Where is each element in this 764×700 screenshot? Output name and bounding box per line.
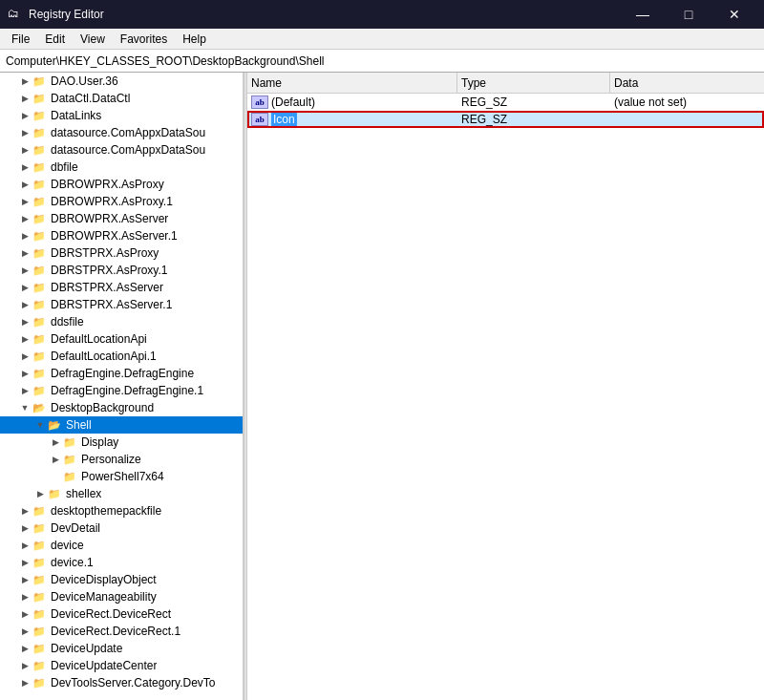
maximize-button[interactable]: □ [667,0,711,29]
tree-label-dbrstprx1: DBRSTPRX.AsProxy.1 [51,264,167,277]
tree-expander-dbrstprx1[interactable] [17,263,32,278]
tree-item-defaultloc1[interactable]: DefaultLocationApi.1 [0,348,243,365]
tree-expander-dbrstprx[interactable] [17,245,32,261]
tree-item-devupdate[interactable]: DeviceUpdate [0,640,243,657]
tree-expander-devdetail[interactable] [17,520,32,536]
tree-item-dbrowprx[interactable]: DBROWPRX.AsProxy [0,176,243,193]
folder-icon-devrect [32,606,48,622]
tree-expander-ddsfile[interactable] [17,314,32,329]
menu-view[interactable]: View [73,31,113,48]
tree-item-dbrowprx3[interactable]: DBROWPRX.AsServer.1 [0,227,243,244]
tree-expander-dbfile[interactable] [17,159,32,175]
folder-icon-dbrowprx3 [32,228,48,244]
tree-label-defrag1: DefragEngine.DefragEngine [51,367,194,380]
table-row[interactable]: abIconREG_SZ [247,111,764,128]
tree-expander-defaultloc[interactable] [17,331,32,347]
tree-expander-dao[interactable] [17,74,32,89]
tree-label-dbrowprx2: DBROWPRX.AsServer [51,212,168,225]
tree-expander-shell[interactable] [32,417,48,433]
tree-label-defaultloc: DefaultLocationApi [51,332,147,346]
tree-expander-datasource2[interactable] [17,142,32,158]
tree-item-dbfile[interactable]: dbfile [0,159,243,176]
tree-expander-desktopbg[interactable] [17,400,32,415]
tree-item-devmanage[interactable]: DeviceManageability [0,588,243,605]
tree-expander-datalinks[interactable] [17,108,32,123]
tree-item-dbrstprx[interactable]: DBRSTPRX.AsProxy [0,244,243,262]
tree-item-ddsfile[interactable]: ddsfile [0,313,243,330]
tree-expander-devdisplay[interactable] [17,572,32,587]
tree-expander-devupdatecenter[interactable] [17,658,32,673]
tree-expander-defaultloc1[interactable] [17,349,32,364]
tree-expander-dbrowprx2[interactable] [17,211,32,226]
tree-item-dbrowprx1[interactable]: DBROWPRX.AsProxy.1 [0,193,243,210]
tree-item-devtools[interactable]: DevToolsServer.Category.DevTo [0,674,243,691]
tree-expander-dbrstprx2[interactable] [17,280,32,295]
tree-item-desktoptheme[interactable]: desktopthemepackfile [0,502,243,520]
tree-expander-dbrowprx3[interactable] [17,228,32,244]
menu-edit[interactable]: Edit [37,31,73,48]
tree-pane[interactable]: DAO.User.36DataCtl.DataCtlDataLinksdatas… [0,73,244,700]
col-header-data: Data [610,73,764,93]
tree-expander-devtools[interactable] [17,675,32,690]
tree-expander-devrect[interactable] [17,606,32,622]
tree-expander-desktoptheme[interactable] [17,503,32,519]
menu-file[interactable]: File [4,31,37,48]
table-row[interactable]: ab(Default)REG_SZ(value not set) [247,94,764,111]
tree-expander-devrect1[interactable] [17,624,32,639]
tree-item-dbrstprx2[interactable]: DBRSTPRX.AsServer [0,279,243,296]
tree-expander-display[interactable] [48,435,63,450]
folder-icon-devdisplay [32,572,48,587]
tree-item-dao[interactable]: DAO.User.36 [0,73,243,90]
tree-item-devdisplay[interactable]: DeviceDisplayObject [0,571,243,588]
tree-item-dbrstprx1[interactable]: DBRSTPRX.AsProxy.1 [0,262,243,279]
tree-item-display[interactable]: Display [0,434,243,451]
tree-item-personalize[interactable]: Personalize [0,451,243,468]
tree-item-devupdatecenter[interactable]: DeviceUpdateCenter [0,657,243,674]
tree-expander-devmanage[interactable] [17,589,32,605]
tree-item-devrect1[interactable]: DeviceRect.DeviceRect.1 [0,623,243,640]
tree-item-device[interactable]: device [0,537,243,554]
tree-expander-device1[interactable] [17,555,32,570]
tree-item-dbrstprx3[interactable]: DBRSTPRX.AsServer.1 [0,296,243,313]
tree-expander-dbrstprx3[interactable] [17,297,32,312]
tree-item-device1[interactable]: device.1 [0,554,243,571]
window-title: Registry Editor [29,8,104,21]
tree-expander-device[interactable] [17,538,32,553]
tree-item-devrect[interactable]: DeviceRect.DeviceRect [0,605,243,623]
tree-expander-dbrowprx1[interactable] [17,194,32,209]
menu-favorites[interactable]: Favorites [113,31,175,48]
tree-item-powershell[interactable]: PowerShell7x64 [0,468,243,485]
tree-item-datasource2[interactable]: datasource.ComAppxDataSou [0,141,243,159]
tree-expander-datactl[interactable] [17,91,32,106]
title-bar: 🗂 Registry Editor — □ ✕ [0,0,764,29]
tree-expander-defrag1[interactable] [17,366,32,381]
close-button[interactable]: ✕ [712,0,756,29]
tree-expander-shellex[interactable] [32,486,48,501]
folder-icon-shell [48,417,63,433]
folder-icon-defaultloc1 [32,349,48,364]
tree-item-desktopbg[interactable]: DesktopBackground [0,399,243,416]
tree-item-datactl[interactable]: DataCtl.DataCtl [0,90,243,107]
tree-expander-defrag2[interactable] [17,383,32,398]
tree-expander-powershell[interactable] [48,469,63,484]
folder-icon-devupdatecenter [32,658,48,673]
tree-item-datasource1[interactable]: datasource.ComAppxDataSou [0,124,243,141]
minimize-button[interactable]: — [621,0,665,29]
tree-item-defrag2[interactable]: DefragEngine.DefragEngine.1 [0,382,243,399]
tree-expander-personalize[interactable] [48,452,63,467]
tree-item-dbrowprx2[interactable]: DBROWPRX.AsServer [0,210,243,227]
tree-item-datalinks[interactable]: DataLinks [0,107,243,124]
tree-expander-devupdate[interactable] [17,641,32,656]
tree-expander-datasource1[interactable] [17,125,32,140]
tree-label-dbrstprx2: DBRSTPRX.AsServer [51,281,163,294]
table-body: ab(Default)REG_SZ(value not set)abIconRE… [247,94,764,700]
tree-item-shell[interactable]: Shell [0,416,243,434]
tree-item-defrag1[interactable]: DefragEngine.DefragEngine [0,365,243,382]
tree-item-shellex[interactable]: shellex [0,485,243,502]
menu-help[interactable]: Help [175,31,214,48]
tree-label-ddsfile: ddsfile [51,315,84,329]
tree-item-defaultloc[interactable]: DefaultLocationApi [0,330,243,348]
tree-item-devdetail[interactable]: DevDetail [0,520,243,537]
folder-icon-defrag2 [32,383,48,398]
tree-expander-dbrowprx[interactable] [17,177,32,192]
